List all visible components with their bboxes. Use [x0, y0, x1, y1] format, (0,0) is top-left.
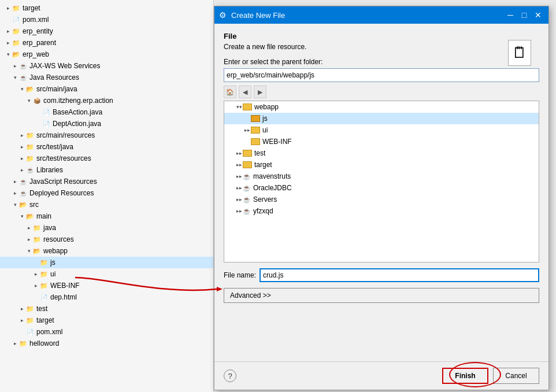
- dialog-tree-ui[interactable]: ▸ ui: [224, 124, 539, 136]
- tree-item-main[interactable]: main: [0, 210, 213, 222]
- help-button[interactable]: ?: [224, 369, 236, 382]
- minimize-button[interactable]: ─: [505, 9, 516, 21]
- java-icon: ☕: [243, 173, 251, 180]
- advanced-button[interactable]: Advanced >>: [224, 288, 539, 303]
- tree-item-jaxws[interactable]: JAX-WS Web Services: [0, 60, 213, 72]
- tree-item-deptaction[interactable]: DeptAction.java: [0, 118, 213, 130]
- dialog-tree-target[interactable]: ▸ target: [224, 159, 539, 171]
- file-name-label: File name:: [224, 271, 256, 279]
- dialog-section-title: File: [224, 32, 539, 40]
- folder-icon: [32, 223, 42, 232]
- dialog-tree-webapp[interactable]: ▾ webapp: [224, 101, 539, 113]
- file-name-input[interactable]: [260, 268, 539, 282]
- tree-item-erp-web[interactable]: erp_web: [0, 49, 213, 60]
- arrow-icon: [25, 98, 32, 103]
- folder-icon: [243, 103, 252, 110]
- folder-input[interactable]: [224, 68, 539, 82]
- folder-icon: [25, 304, 35, 313]
- tree-item-src-main-res[interactable]: src/main/resources: [0, 130, 213, 141]
- dialog-tree-webinf[interactable]: ▸ WEB-INF: [224, 136, 539, 147]
- file-thumbnail: 🗒: [508, 40, 531, 66]
- tree-item-package[interactable]: com.itzheng.erp.action: [0, 95, 213, 106]
- arrow-icon: [12, 341, 18, 346]
- tree-item-java[interactable]: java: [0, 222, 213, 234]
- folder-icon: [39, 258, 49, 267]
- java-icon: [18, 177, 28, 186]
- forward-nav-button[interactable]: ▶: [254, 86, 266, 98]
- tree-item-ui[interactable]: ui: [0, 268, 213, 280]
- folder-icon: [12, 38, 21, 47]
- dialog-titlebar: ⚙ Create New File ─ □ ✕: [214, 6, 548, 24]
- tree-item-deployed-resources[interactable]: Deployed Resources: [0, 187, 213, 199]
- tree-item-dep-html[interactable]: dep.html: [0, 291, 213, 303]
- arrow-icon: [18, 144, 25, 150]
- tree-item-src-main-java[interactable]: src/main/java: [0, 83, 213, 95]
- tree-item-js-resources[interactable]: JavaScript Resources: [0, 176, 213, 187]
- arrow-icon: [18, 156, 25, 161]
- java-icon: [18, 61, 28, 71]
- arrow-icon: [32, 283, 39, 289]
- tree-item-webapp[interactable]: webapp: [0, 245, 213, 257]
- arrow-icon: ▸: [236, 197, 243, 202]
- dialog-tree-js[interactable]: ▸ js: [224, 113, 539, 124]
- tree-item-src-test-java[interactable]: src/test/java: [0, 141, 213, 153]
- file-icon: [39, 293, 49, 302]
- create-new-file-dialog: ⚙ Create New File ─ □ ✕ 🗒 File Create a …: [214, 6, 549, 390]
- arrow-icon: [5, 5, 12, 11]
- tree-item-test[interactable]: test: [0, 303, 213, 315]
- home-nav-button[interactable]: 🏠: [224, 86, 236, 98]
- tree-item-libraries[interactable]: Libraries: [0, 164, 213, 176]
- maximize-button[interactable]: □: [518, 9, 530, 21]
- folder-icon: [32, 235, 42, 244]
- tree-item-baseaction[interactable]: BaseAction.java: [0, 106, 213, 118]
- tree-item-src-test-res[interactable]: src/test/resources: [0, 153, 213, 164]
- tree-item-resources[interactable]: resources: [0, 234, 213, 245]
- arrow-icon: ▸: [236, 150, 243, 156]
- tree-item-target[interactable]: target: [0, 2, 213, 14]
- folder-icon: [39, 269, 49, 279]
- arrow-icon: [12, 179, 18, 184]
- arrow-icon: [18, 132, 25, 138]
- arrow-icon: ▸: [244, 127, 251, 133]
- tree-item-erp-parent[interactable]: erp_parent: [0, 37, 213, 49]
- tree-item-helloword[interactable]: helloword: [0, 338, 213, 349]
- back-nav-button[interactable]: ◀: [239, 86, 251, 98]
- dialog-tree-oracle[interactable]: ▸ ☕ OracleJDBC: [224, 182, 539, 194]
- tree-item-pom2[interactable]: pom.xml: [0, 326, 213, 338]
- input-underline: [275, 281, 303, 282]
- arrow-icon: [12, 63, 18, 69]
- tree-item-js[interactable]: js: [0, 257, 213, 268]
- folder-icon: [25, 316, 35, 325]
- folder-open-icon: [32, 246, 42, 256]
- close-button[interactable]: ✕: [532, 9, 544, 21]
- tree-item-webinf[interactable]: WEB-INF: [0, 280, 213, 291]
- folder-icon: [25, 142, 35, 151]
- dialog-tree-servers[interactable]: ▸ ☕ Servers: [224, 194, 539, 205]
- dialog-title: Create New File: [231, 11, 505, 20]
- finish-button[interactable]: Finish: [442, 368, 488, 384]
- folder-icon: [251, 138, 260, 145]
- dialog-tree-yfzxqd[interactable]: ▸ ☕ yfzxqd: [224, 205, 539, 217]
- folder-icon: [18, 339, 28, 348]
- file-icon: [42, 119, 51, 128]
- cancel-button[interactable]: Cancel: [493, 368, 539, 384]
- folder-icon: [251, 127, 260, 134]
- dialog-tree-mavenstruts[interactable]: ▸ ☕ mavenstruts: [224, 171, 539, 182]
- tree-item-java-resources[interactable]: Java Resources: [0, 72, 213, 83]
- arrow-icon: ▸: [236, 162, 243, 168]
- tree-item-erp-entity[interactable]: erp_entity: [0, 25, 213, 37]
- dialog-footer: ? Finish Cancel: [214, 361, 548, 390]
- gear-icon: ⚙: [219, 10, 227, 20]
- arrow-icon: [18, 317, 25, 323]
- arrow-icon: [18, 86, 25, 92]
- dialog-tree-test[interactable]: ▸ test: [224, 147, 539, 159]
- tree-item-src[interactable]: src: [0, 199, 213, 210]
- folder-tree[interactable]: ▾ webapp ▸ js ▸ ui ▸: [224, 101, 539, 262]
- arrow-icon: ▸: [236, 185, 243, 191]
- arrow-icon: [25, 236, 32, 242]
- folder-selected-icon: [251, 115, 260, 122]
- package-icon: [32, 96, 42, 105]
- arrow-icon: [32, 271, 39, 277]
- tree-item-target2[interactable]: target: [0, 315, 213, 326]
- tree-item-pom1[interactable]: pom.xml: [0, 14, 213, 25]
